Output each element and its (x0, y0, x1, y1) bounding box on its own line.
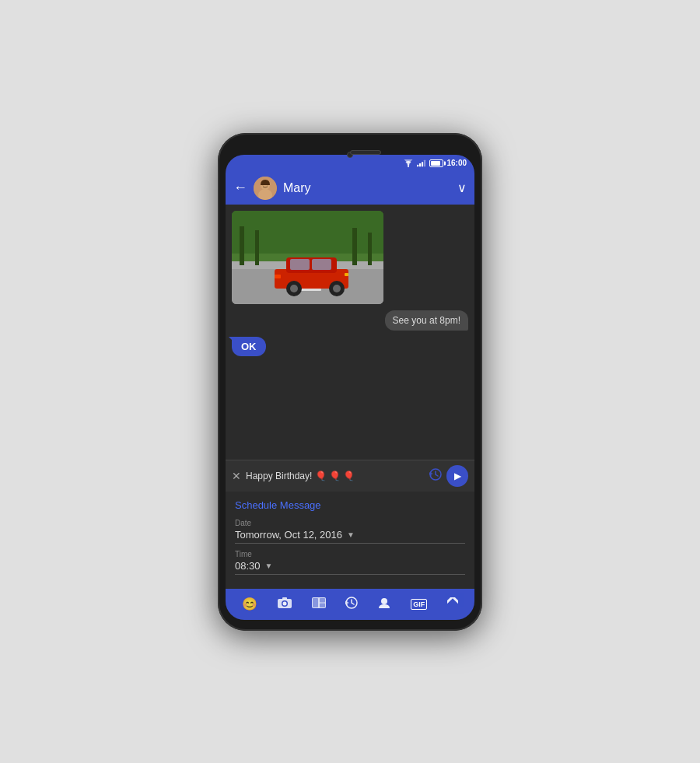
car-image (232, 211, 383, 304)
svg-rect-3 (422, 162, 423, 166)
time-dropdown-arrow: ▼ (265, 562, 273, 570)
avatar-image (254, 177, 277, 200)
phone-screen: 16:00 ← (226, 155, 474, 620)
svg-rect-4 (424, 159, 425, 166)
contact-avatar (254, 177, 277, 200)
image-message[interactable] (232, 211, 383, 304)
input-area: ✕ Happy Birthday! 🎈 🎈 🎈 ▶ (226, 460, 474, 492)
contact-icon (378, 597, 390, 609)
svg-rect-17 (352, 228, 357, 265)
date-label: Date (235, 519, 465, 527)
svg-rect-21 (290, 259, 310, 270)
schedule-panel: Schedule Message Date Tomorrow, Oct 12, … (226, 492, 474, 589)
phone-speaker (350, 150, 381, 155)
battery-icon (429, 159, 443, 167)
app-bar: ← Mary ∨ (226, 172, 474, 205)
camera-icon (278, 597, 292, 608)
svg-rect-28 (345, 273, 348, 276)
back-button[interactable]: ← (233, 180, 247, 196)
wifi-icon (403, 159, 414, 167)
svg-rect-27 (275, 275, 281, 278)
contact-button[interactable] (378, 597, 390, 612)
close-icon (447, 597, 458, 608)
svg-rect-16 (255, 230, 259, 265)
message-input[interactable]: Happy Birthday! 🎈 🎈 🎈 (246, 471, 425, 481)
svg-point-24 (290, 285, 298, 292)
time-field: Time 08:30 ▼ (235, 550, 465, 575)
clear-button[interactable]: ✕ (232, 470, 241, 482)
gallery-button[interactable] (312, 597, 326, 611)
close-button[interactable] (447, 597, 458, 611)
svg-rect-36 (320, 598, 325, 603)
svg-rect-35 (313, 598, 318, 607)
svg-point-32 (282, 601, 286, 605)
svg-rect-37 (320, 603, 325, 607)
chat-area: See you at 8pm! OK (226, 205, 474, 460)
status-time: 16:00 (446, 159, 467, 167)
schedule-history-button[interactable] (429, 468, 442, 484)
svg-rect-22 (312, 259, 331, 270)
chevron-down-icon[interactable]: ∨ (457, 180, 467, 195)
time-value: 08:30 (235, 560, 261, 572)
car-scene-svg (232, 211, 383, 304)
date-value: Tomorrow, Oct 12, 2016 (235, 529, 342, 541)
history-icon (345, 597, 358, 609)
ok-bubble: OK (232, 337, 266, 356)
outgoing-message: See you at 8pm! (385, 310, 468, 331)
contact-name: Mary (283, 181, 451, 195)
send-button[interactable]: ▶ (446, 465, 468, 487)
schedule-title: Schedule Message (235, 499, 465, 511)
svg-point-0 (408, 166, 409, 167)
svg-rect-40 (452, 597, 458, 607)
gif-button[interactable]: GIF (411, 599, 427, 610)
emoji-button[interactable]: 😊 (242, 597, 257, 611)
date-dropdown-arrow: ▼ (347, 530, 355, 539)
svg-rect-15 (240, 226, 244, 265)
svg-rect-18 (368, 233, 372, 265)
phone-device: 16:00 ← (218, 133, 482, 631)
signal-icon (417, 159, 426, 167)
status-icons: 16:00 (403, 159, 467, 167)
bottom-toolbar: 😊 (226, 589, 474, 620)
gallery-icon (312, 597, 326, 608)
history-button[interactable] (345, 597, 358, 612)
date-field: Date Tomorrow, Oct 12, 2016 ▼ (235, 519, 465, 544)
svg-rect-33 (282, 597, 287, 600)
svg-rect-1 (417, 164, 418, 166)
send-icon: ▶ (454, 471, 461, 481)
history-clock-icon (429, 468, 442, 481)
camera-button[interactable] (278, 597, 292, 611)
time-label: Time (235, 550, 465, 558)
svg-rect-2 (419, 163, 421, 166)
svg-point-39 (381, 598, 387, 604)
svg-point-26 (333, 285, 341, 292)
